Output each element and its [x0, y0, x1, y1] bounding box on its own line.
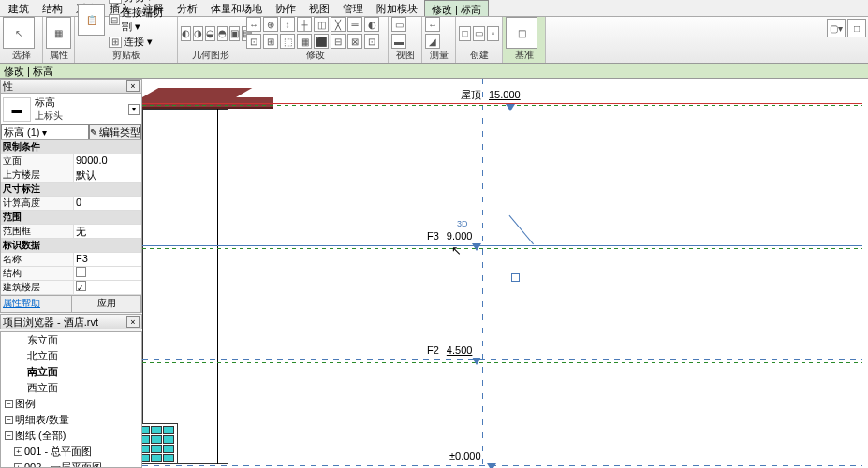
menu-item[interactable]: 建筑 — [2, 0, 36, 16]
ribbon-tool[interactable]: ◐ — [364, 17, 379, 32]
ribbon-tool[interactable]: ◢ — [425, 34, 440, 49]
ribbon-group-label: 修改 — [246, 49, 385, 62]
edit-type-button[interactable]: ✎ 编辑类型 — [89, 124, 141, 139]
ribbon-tool[interactable]: ▦ — [297, 34, 312, 49]
ribbon-tool[interactable]: ⊠ — [347, 34, 362, 49]
level-line[interactable] — [142, 359, 862, 360]
prop-value[interactable]: 无 — [76, 226, 86, 237]
ribbon-tool[interactable]: ▭ — [391, 17, 406, 32]
ribbon-group-label: 选择 — [3, 49, 39, 62]
ribbon-tool[interactable]: ↔ — [246, 17, 261, 32]
level-elevation[interactable]: ±0.000 — [449, 450, 481, 461]
expand-icon[interactable]: + — [14, 447, 22, 456]
ribbon-tool[interactable]: ◫ — [314, 17, 329, 32]
level-name[interactable]: 屋顶 — [461, 89, 481, 100]
level-elevation[interactable]: 9.000 — [447, 230, 473, 241]
prop-value[interactable]: 0 — [76, 197, 81, 208]
ribbon-tool[interactable]: ┼ — [297, 17, 312, 32]
wall-element[interactable] — [142, 109, 228, 464]
ribbon-tool[interactable]: ⬛ — [314, 34, 329, 49]
ribbon-tool[interactable]: ↕ — [280, 17, 295, 32]
level-head[interactable]: ±0.000 — [442, 450, 496, 468]
tree-item[interactable]: −明细表/数量 — [1, 412, 141, 428]
cut-button[interactable]: ✂剪切 ▾ — [107, 0, 174, 5]
ribbon-tool[interactable]: ⊞ — [263, 34, 278, 49]
apply-button[interactable]: 应用 — [72, 296, 141, 312]
ribbon-tool[interactable]: ↔ — [425, 17, 440, 32]
menu-item[interactable]: 管理 — [336, 0, 370, 16]
roof-slope[interactable] — [142, 88, 252, 97]
ribbon-help-button[interactable]: □ — [847, 19, 866, 37]
select-tool[interactable]: ↖ — [3, 17, 35, 49]
type-selector[interactable]: ▬ 标高 上标头 ▾ — [0, 94, 142, 124]
level-name[interactable]: F3 — [427, 230, 439, 241]
menu-item[interactable]: 修改 | 标高 — [424, 0, 489, 16]
ribbon-tool[interactable]: ⬚ — [280, 34, 295, 49]
tree-item[interactable]: 西立面 — [1, 380, 141, 396]
checkbox[interactable] — [76, 267, 86, 277]
propagate-extents-button[interactable]: ◫ — [506, 17, 537, 49]
level-head[interactable]: F24.500 — [427, 344, 481, 367]
tree-item[interactable]: −图纸 (全部) — [1, 428, 141, 444]
expand-icon[interactable]: − — [5, 400, 13, 408]
menu-item[interactable]: 附加模块 — [370, 0, 424, 16]
menu-item[interactable]: 分析 — [170, 0, 204, 16]
prop-section-header: 尺寸标注 — [1, 183, 141, 196]
ribbon-tool[interactable]: ⊡ — [364, 34, 379, 49]
ribbon-tool[interactable]: □ — [459, 26, 471, 41]
ribbon-tool[interactable]: ╳ — [331, 17, 346, 32]
ribbon-tool[interactable]: ◑ — [193, 26, 203, 41]
level-elevation[interactable]: 15.000 — [489, 89, 521, 100]
ribbon-tool[interactable]: ═ — [347, 17, 362, 32]
properties-button[interactable]: ▦ — [46, 17, 71, 49]
ribbon-tool[interactable]: ◐ — [181, 26, 191, 41]
chevron-down-icon[interactable]: ▾ — [128, 104, 140, 115]
menu-item[interactable]: 结构 — [36, 0, 69, 16]
join-button[interactable]: ⊞连接 ▾ — [107, 35, 174, 49]
ribbon-tool[interactable]: ⊟ — [331, 34, 346, 49]
level-name[interactable]: F2 — [427, 344, 439, 356]
tree-item[interactable]: 东立面 — [1, 332, 141, 348]
checkbox[interactable] — [76, 281, 86, 291]
close-icon[interactable]: × — [126, 316, 140, 328]
tree-item[interactable]: 北立面 — [1, 348, 141, 364]
join-cut-button[interactable]: ⊟连接端切割 ▾ — [107, 6, 174, 34]
expand-icon[interactable]: − — [5, 416, 13, 424]
drawing-canvas[interactable]: 屋顶15.000F39.0003D↖F24.500±0.000 — [142, 79, 868, 468]
properties-help-link[interactable]: 属性帮助 — [1, 296, 72, 312]
project-browser-tree[interactable]: 东立面北立面南立面西立面−图例−明细表/数量−图纸 (全部)+001 - 总平面… — [0, 331, 142, 468]
prop-value[interactable]: 9000.0 — [76, 154, 108, 166]
ribbon-collapse-button[interactable]: ▢▾ — [827, 19, 846, 37]
properties-panel-header[interactable]: 性 × — [0, 79, 142, 94]
menu-item[interactable]: 协作 — [269, 0, 302, 16]
level-line[interactable] — [142, 465, 862, 466]
tree-label: 图例 — [15, 397, 36, 411]
instance-filter[interactable]: 标高 (1) ▾ — [1, 124, 89, 139]
ribbon-tool[interactable]: ◒ — [205, 26, 215, 41]
expand-icon[interactable]: + — [14, 463, 22, 468]
menu-item[interactable]: 视图 — [302, 0, 336, 16]
paste-button[interactable]: 📋 — [78, 4, 105, 36]
ribbon-tool[interactable]: ⊕ — [263, 17, 278, 32]
project-browser-header[interactable]: 项目浏览器 - 酒店.rvt × — [0, 314, 142, 329]
prop-value[interactable]: 默认 — [76, 169, 96, 181]
level-elevation[interactable]: 4.500 — [447, 344, 473, 356]
ribbon-tool[interactable]: ▬ — [391, 34, 406, 49]
ribbon-tool[interactable]: ▣ — [229, 26, 240, 41]
level-head[interactable]: 屋顶15.000 — [461, 88, 521, 113]
ribbon-tool[interactable]: ▫ — [487, 26, 499, 41]
menu-item[interactable]: 体量和场地 — [204, 0, 269, 16]
tree-item[interactable]: 南立面 — [1, 364, 141, 380]
tree-item[interactable]: +001 - 总平面图 — [1, 444, 141, 460]
ribbon-tool[interactable]: ◓ — [217, 26, 228, 41]
drag-handle[interactable] — [511, 273, 520, 282]
close-icon[interactable]: × — [126, 80, 140, 92]
tree-label: 明细表/数量 — [15, 413, 69, 427]
ribbon-tool[interactable]: ⊡ — [246, 34, 261, 49]
ribbon-tool[interactable]: ▭ — [473, 26, 485, 41]
tree-item[interactable]: −图例 — [1, 396, 141, 412]
prop-value[interactable]: F3 — [76, 253, 88, 264]
expand-icon[interactable]: − — [5, 431, 13, 440]
3d-badge[interactable]: 3D — [457, 219, 468, 228]
tree-item[interactable]: +002 - 一层平面图 — [1, 460, 141, 468]
